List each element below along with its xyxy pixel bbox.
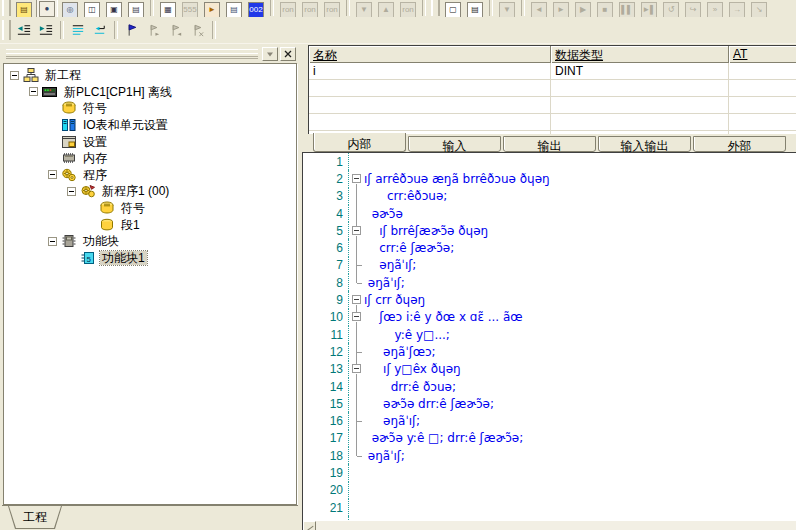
- zoom-icon[interactable]: ●: [36, 0, 58, 17]
- table-cell: [551, 114, 729, 130]
- panel-drag-handle[interactable]: [6, 49, 258, 59]
- code-line[interactable]: 13 ıʃ y□êx ðɥəŋ: [303, 361, 796, 378]
- properties-icon[interactable]: ▤: [126, 0, 146, 17]
- code-line[interactable]: 2ıʃ arrêðɔuə æŋã brrêðɔuə ðɥəŋ: [303, 170, 796, 187]
- fold-margin[interactable]: [349, 309, 364, 326]
- outdent-icon[interactable]: [14, 20, 34, 41]
- indent-icon[interactable]: [36, 20, 56, 41]
- scrollbar-track[interactable]: [316, 521, 796, 530]
- code-line[interactable]: 19: [303, 464, 796, 481]
- pointer-hand-icon[interactable]: ►: [202, 0, 222, 17]
- table-row[interactable]: iDINT: [309, 63, 796, 80]
- fold-margin: [349, 343, 364, 360]
- tree-expander-collapse[interactable]: [29, 87, 38, 96]
- tree-item[interactable]: 内存: [4, 150, 296, 167]
- tree-item[interactable]: 段1: [4, 216, 296, 233]
- binary-002-icon[interactable]: 002: [246, 0, 266, 17]
- table-cell[interactable]: DINT: [551, 63, 729, 79]
- tree-item[interactable]: 符号: [4, 200, 296, 217]
- code-line[interactable]: 20: [303, 482, 796, 499]
- fold-margin[interactable]: [349, 170, 364, 187]
- code-line[interactable]: 17 əɚɔ̃ə y:ê □; drr:ê ʃæɚɔ̃ə;: [303, 430, 796, 447]
- tree-item[interactable]: 新工程: [4, 67, 296, 84]
- upload-icon: ▲: [376, 0, 396, 17]
- window-icon[interactable]: ▣: [104, 0, 124, 17]
- paste-icon[interactable]: ▤: [14, 0, 34, 17]
- code-line[interactable]: 12 əŋãˈʃœɔ;: [303, 343, 796, 360]
- table-cell[interactable]: [729, 63, 796, 79]
- fold-margin: [349, 257, 364, 274]
- code-line[interactable]: 21: [303, 499, 796, 516]
- tree-expander-collapse[interactable]: [10, 71, 19, 80]
- workspace-tab-project[interactable]: 工程: [8, 506, 62, 529]
- split-window-icon[interactable]: ◫: [82, 0, 102, 17]
- tree-item[interactable]: 设置: [4, 133, 296, 150]
- column-header-at[interactable]: AT: [729, 46, 796, 63]
- fb-tab-3[interactable]: 输出: [503, 136, 596, 152]
- code-line[interactable]: 6 crr:ê ʃæɚɔ̃ə;: [303, 239, 796, 256]
- page-setup-icon[interactable]: ▤: [465, 0, 485, 17]
- fold-collapse-box[interactable]: [352, 364, 361, 373]
- tree-item[interactable]: 程序: [4, 167, 296, 184]
- panel-close-button[interactable]: [280, 47, 296, 61]
- line-number: 16: [303, 412, 349, 429]
- bookmark-icon[interactable]: [122, 20, 142, 41]
- fb-tab-5[interactable]: 外部: [693, 136, 786, 152]
- column-header-name[interactable]: 名称: [309, 46, 551, 63]
- fold-collapse-box[interactable]: [352, 226, 361, 235]
- fb-tab-1[interactable]: 内部: [313, 133, 406, 152]
- justify-lines-icon[interactable]: [68, 20, 88, 41]
- tree-expander-collapse[interactable]: [48, 170, 57, 179]
- return-line-icon[interactable]: [90, 20, 110, 41]
- line-number: 19: [303, 464, 349, 481]
- fold-margin[interactable]: [349, 291, 364, 308]
- fold-collapse-box[interactable]: [352, 295, 361, 304]
- tree-item[interactable]: 新PLC1[CP1H] 离线: [4, 84, 296, 101]
- fold-margin[interactable]: [349, 361, 364, 378]
- code-line[interactable]: 3 crr:êðɔuə;: [303, 188, 796, 205]
- tree-item[interactable]: 符号: [4, 100, 296, 117]
- code-line[interactable]: 16 əŋãˈıʃ;: [303, 412, 796, 429]
- code-text: crr:êðɔuə;: [364, 188, 447, 205]
- toolbar-separator: [212, 21, 216, 39]
- code-line[interactable]: 7 əŋãˈıʃ;: [303, 257, 796, 274]
- tree-item[interactable]: 5功能块1: [4, 250, 296, 267]
- fb-tab-4[interactable]: 输入输出: [598, 136, 691, 152]
- tree-expander-collapse[interactable]: [67, 187, 76, 196]
- editor-splitter-handle[interactable]: [303, 521, 316, 530]
- code-line[interactable]: 4 əɚɔ̃ə: [303, 205, 796, 222]
- code-line[interactable]: 8 əŋãˈıʃ;: [303, 274, 796, 291]
- tree-expander-collapse[interactable]: [48, 237, 57, 246]
- tree-item-label: 新工程: [43, 68, 83, 82]
- code-text: əɚɔ̃ə y:ê □; drr:ê ʃæɚɔ̃ə;: [364, 430, 523, 447]
- code-line[interactable]: 10 ʃœɔ i:ê y ðœ x ɑɛ̃ ... ãœ: [303, 309, 796, 326]
- watch-table-icon[interactable]: ▤: [224, 0, 244, 17]
- table-cell[interactable]: i: [309, 63, 551, 79]
- tile-windows-icon[interactable]: ▦: [158, 0, 178, 17]
- page-icon[interactable]: ▢: [443, 0, 463, 17]
- code-line[interactable]: 14 drr:ê ðɔuə;: [303, 378, 796, 395]
- code-line[interactable]: 15 əɚɔ̃ə drr:ê ʃæɚɔ̃ə;: [303, 395, 796, 412]
- fold-collapse-box[interactable]: [352, 174, 361, 183]
- toolbar-drag-handle[interactable]: [2, 0, 11, 16]
- code-line[interactable]: 5 ıʃ brrêʃæɚɔ̃ə ðɥəŋ: [303, 222, 796, 239]
- code-line[interactable]: 9ıʃ crr ðɥəŋ: [303, 291, 796, 308]
- code-line[interactable]: 11 y:ê y□...;: [303, 326, 796, 343]
- toolbar-drag-handle[interactable]: [2, 20, 11, 40]
- fold-collapse-box[interactable]: [352, 312, 361, 321]
- tree-item[interactable]: 新程序1 (00): [4, 183, 296, 200]
- st-code-editor[interactable]: 12ıʃ arrêðɔuə æŋã brrêðɔuə ðɥəŋ3 crr:êðɔ…: [302, 152, 796, 530]
- column-header-datatype[interactable]: 数据类型: [551, 46, 729, 63]
- editor-horizontal-scrollbar[interactable]: [303, 520, 796, 530]
- find-binoculars-icon[interactable]: ◎: [60, 0, 80, 17]
- table-cell: [729, 80, 796, 96]
- tree-item[interactable]: IO表和单元设置: [4, 117, 296, 134]
- toolbar-drag-handle[interactable]: [431, 0, 440, 16]
- panel-menu-button[interactable]: [262, 47, 278, 61]
- code-line[interactable]: 1: [303, 153, 796, 170]
- tree-item[interactable]: 功能块: [4, 233, 296, 250]
- fb-tab-2[interactable]: 输入: [408, 136, 501, 152]
- fold-margin[interactable]: [349, 222, 364, 239]
- code-line[interactable]: 18 əŋãˈıʃ;: [303, 447, 796, 464]
- debug-skip-icon: »: [705, 0, 725, 17]
